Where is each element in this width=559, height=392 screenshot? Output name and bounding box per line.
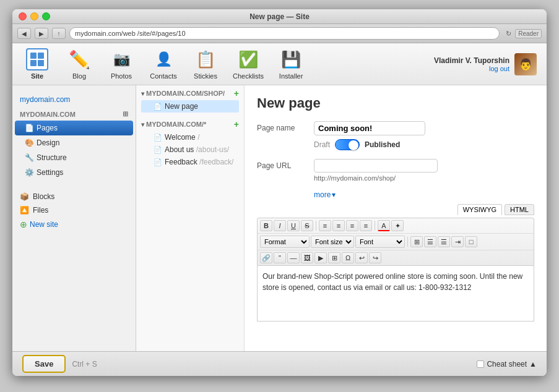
link-button[interactable]: 🔗 (260, 252, 272, 263)
sidebar-item-blocks[interactable]: 📦 Blocks (20, 190, 128, 203)
font-size-select[interactable]: Font size (311, 236, 354, 248)
undo-button[interactable]: ↩ (355, 252, 368, 263)
settings-icon: ⚙️ (25, 168, 34, 177)
toolbar-row-3: 🔗 " — 🖼 ▶ ⊞ Ω ↩ ↪ (258, 250, 534, 265)
forward-button[interactable]: ▶ (35, 28, 48, 39)
maximize-button[interactable] (42, 12, 50, 20)
logout-link[interactable]: log out (434, 65, 509, 72)
more-chevron-icon: ▾ (332, 190, 336, 199)
strikethrough-button[interactable]: S (301, 220, 313, 231)
sidebar: mydomain.com MYDOMAIN.COM ⊞ 📄 Pages 🎨 De… (12, 85, 136, 351)
app-icon-list: Site ✏️ Blog 📷 Photos 👤 Contacts 📋 Stick… (22, 48, 306, 80)
align-left-button[interactable]: ≡ (319, 220, 331, 231)
indent-button[interactable]: ⇥ (451, 236, 464, 247)
app-icon-stickies[interactable]: 📋 Stickies (191, 48, 220, 80)
align-center-button[interactable]: ≡ (332, 220, 345, 231)
redo-button[interactable]: ↪ (369, 252, 381, 263)
app-icon-installer[interactable]: 💾 Installer (276, 48, 306, 80)
files-label: Files (33, 206, 48, 215)
app-icon-photos[interactable]: 📷 Photos (106, 48, 136, 80)
address-text: mydomain.com/web /site/#/pages/10 (75, 30, 186, 37)
toolbar-row-2: Format Font size Font ⊞ ☰ ☰ ⇥ □ (258, 234, 534, 250)
files-icon: 🔼 (20, 206, 29, 215)
quote-button[interactable]: " (274, 252, 286, 263)
page-name-input[interactable] (314, 121, 425, 135)
italic-button[interactable]: I (274, 220, 286, 231)
main-content: mydomain.com MYDOMAIN.COM ⊞ 📄 Pages 🎨 De… (12, 85, 547, 351)
align-right-button[interactable]: ≡ (346, 220, 358, 231)
table-button[interactable]: ⊞ (410, 236, 423, 247)
tree-item-new-page[interactable]: 📄 New page (141, 100, 239, 113)
address-bar[interactable]: mydomain.com/web /site/#/pages/10 (69, 27, 500, 40)
editor-panel: New page Page name Draft Published (245, 85, 547, 351)
page-url-input[interactable] (314, 159, 438, 173)
sidebar-item-design[interactable]: 🎨 Design (12, 135, 136, 150)
app-icon-checklists[interactable]: ✅ Checklists (233, 48, 264, 80)
sidebar-domain[interactable]: mydomain.com (12, 92, 136, 108)
sidebar-item-structure-label: Structure (37, 153, 67, 162)
add-page-shop-button[interactable]: + (234, 89, 239, 98)
reader-button[interactable]: Reader (515, 29, 542, 38)
page-url-row: Page URL http://mydomain.com/shop/ (257, 159, 534, 182)
save-button[interactable]: Save (22, 355, 66, 373)
block-button[interactable]: □ (465, 236, 477, 247)
new-site-button[interactable]: ⊕ New site (20, 217, 128, 232)
sidebar-item-files[interactable]: 🔼 Files (20, 203, 128, 217)
tree-item-feedback[interactable]: 📄 Feedback /feedback/ (141, 156, 239, 168)
cheat-sheet-checkbox[interactable] (477, 360, 484, 368)
tree-item-welcome[interactable]: 📄 Welcome / (141, 131, 239, 143)
blocks-label: Blocks (33, 192, 54, 201)
sidebar-manage-icon[interactable]: ⊞ (123, 110, 128, 118)
toggle-knob (349, 140, 358, 150)
sidebar-item-structure[interactable]: 🔧 Structure (12, 150, 136, 165)
underline-button[interactable]: U (287, 220, 300, 231)
list-button[interactable]: ☰ (424, 236, 436, 247)
add-page-root-button[interactable]: + (234, 120, 239, 129)
bold-button[interactable]: B (260, 220, 272, 231)
media-button[interactable]: ▶ (314, 252, 327, 263)
back-button[interactable]: ◀ (17, 28, 31, 39)
tree-section-root: ▾ MYDOMAIN.COM/* + 📄 Welcome / 📄 About u… (136, 116, 244, 172)
toggle-row: Draft Published (314, 139, 534, 150)
app-icon-site[interactable]: Site (22, 48, 52, 80)
publish-toggle[interactable] (335, 139, 360, 150)
font-select[interactable]: Font (355, 236, 405, 248)
published-label: Published (365, 140, 400, 149)
app-icon-contacts[interactable]: 👤 Contacts (149, 48, 178, 80)
app-toolbar: Site ✏️ Blog 📷 Photos 👤 Contacts 📋 Stick… (12, 43, 547, 85)
cheat-sheet-label: Cheat sheet (487, 360, 527, 369)
close-button[interactable] (19, 12, 27, 20)
tab-wysiwyg[interactable]: WYSIWYG (457, 204, 502, 215)
tree-item-about-us[interactable]: 📄 About us /about-us/ (141, 143, 239, 156)
highlight-button[interactable]: ✦ (391, 220, 404, 231)
justify-button[interactable]: ≡ (360, 220, 372, 231)
image-button[interactable]: 🖼 (301, 252, 313, 263)
reload-button[interactable]: ↻ (506, 30, 511, 38)
special-char-button[interactable]: Ω (342, 252, 354, 263)
titlebar: New page — Site (12, 9, 547, 24)
blocks-icon: 📦 (20, 192, 29, 201)
tree-header-root: ▾ MYDOMAIN.COM/* + (141, 120, 239, 129)
hr-button[interactable]: — (287, 252, 300, 263)
sidebar-section-title: MYDOMAIN.COM ⊞ (12, 108, 136, 121)
tree-arrow-shop: ▾ (141, 90, 144, 97)
sidebar-item-pages[interactable]: 📄 Pages (15, 121, 133, 135)
minimize-button[interactable] (30, 12, 38, 20)
toolbar-sep-3 (407, 237, 408, 247)
app-icon-blog[interactable]: ✏️ Blog (64, 48, 94, 80)
tree-arrow-root: ▾ (141, 121, 144, 128)
sidebar-item-settings[interactable]: ⚙️ Settings (12, 165, 136, 180)
ordered-list-button[interactable]: ☰ (438, 236, 450, 247)
text-color-button[interactable]: A (378, 220, 390, 231)
cheat-sheet-toggle[interactable]: Cheat sheet ▲ (477, 360, 537, 369)
feedback-doc-icon: 📄 (154, 158, 162, 166)
format-select[interactable]: Format (260, 236, 310, 248)
blog-icon-label: Blog (72, 72, 86, 80)
editor-content-area[interactable]: Our brand-new Shop-Script powered online… (257, 266, 534, 322)
table2-button[interactable]: ⊞ (328, 252, 340, 263)
tab-html[interactable]: HTML (505, 204, 534, 215)
toolbar-sep-2 (375, 221, 375, 231)
more-link[interactable]: more ▾ (314, 190, 534, 199)
page-doc-icon: 📄 (154, 103, 162, 111)
share-button[interactable]: ↑ (52, 28, 66, 39)
